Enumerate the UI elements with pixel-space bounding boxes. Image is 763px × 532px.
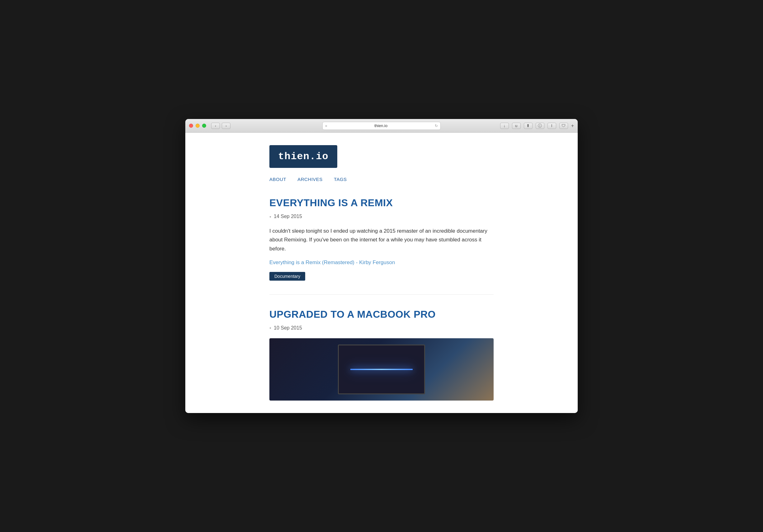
forward-button[interactable]: › xyxy=(222,123,230,129)
url-text: thien.io xyxy=(329,123,433,128)
page-content: thien.io ABOUT ARCHIVES TAGS EVERYTHING … xyxy=(185,133,578,413)
post-1-title[interactable]: EVERYTHING IS A REMIX xyxy=(270,197,493,209)
close-button[interactable] xyxy=(189,124,193,128)
screen-glow xyxy=(350,369,413,370)
nav-buttons: ‹ › xyxy=(211,123,230,129)
text-icon[interactable]: I xyxy=(547,123,556,129)
post-1-tag[interactable]: Documentary xyxy=(270,272,305,281)
post-2-image xyxy=(270,338,493,400)
pocket-icon[interactable]: 🛡 xyxy=(559,123,568,129)
minimize-button[interactable] xyxy=(196,124,200,128)
maximize-button[interactable] xyxy=(202,124,206,128)
site-nav: ABOUT ARCHIVES TAGS xyxy=(270,175,493,182)
post-2-date: 10 Sep 2015 xyxy=(270,325,493,331)
post-1-excerpt: I couldn't sleep tonight so I ended up w… xyxy=(270,227,493,253)
share-icon[interactable]: ⬆ xyxy=(524,123,533,129)
back-button[interactable]: ‹ xyxy=(211,123,220,129)
macbook-screen xyxy=(338,345,425,394)
post-1-date: 14 Sep 2015 xyxy=(270,214,493,219)
traffic-lights xyxy=(189,124,206,128)
post-2-title[interactable]: UPGRADED TO A MACBOOK PRO xyxy=(270,308,493,320)
browser-window: ‹ › ≡ thien.io ↻ ↓ u ⬆ ⓘ I 🛡 + thien.io … xyxy=(185,119,578,413)
address-bar[interactable]: ≡ thien.io ↻ xyxy=(322,122,441,130)
nav-archives[interactable]: ARCHIVES xyxy=(297,176,323,182)
nav-about[interactable]: ABOUT xyxy=(270,176,286,182)
post-1: EVERYTHING IS A REMIX 14 Sep 2015 I coul… xyxy=(270,197,493,281)
post-2: UPGRADED TO A MACBOOK PRO 10 Sep 2015 xyxy=(270,308,493,400)
info-icon[interactable]: ⓘ xyxy=(536,123,544,129)
site-wrapper: thien.io ABOUT ARCHIVES TAGS EVERYTHING … xyxy=(263,133,500,400)
site-logo[interactable]: thien.io xyxy=(270,145,337,168)
post-1-link[interactable]: Everything is a Remix (Remastered) - Kir… xyxy=(270,260,493,266)
titlebar: ‹ › ≡ thien.io ↻ ↓ u ⬆ ⓘ I 🛡 + xyxy=(185,119,578,133)
toolbar-right: ↓ u ⬆ ⓘ I 🛡 + xyxy=(500,123,574,129)
menu-icon: ≡ xyxy=(325,124,327,128)
nav-tags[interactable]: TAGS xyxy=(334,176,347,182)
reload-button[interactable]: ↻ xyxy=(435,124,438,128)
new-tab-button[interactable]: + xyxy=(571,123,574,129)
reader-icon[interactable]: u xyxy=(512,123,521,129)
download-icon[interactable]: ↓ xyxy=(500,123,509,129)
post-divider xyxy=(270,294,493,295)
